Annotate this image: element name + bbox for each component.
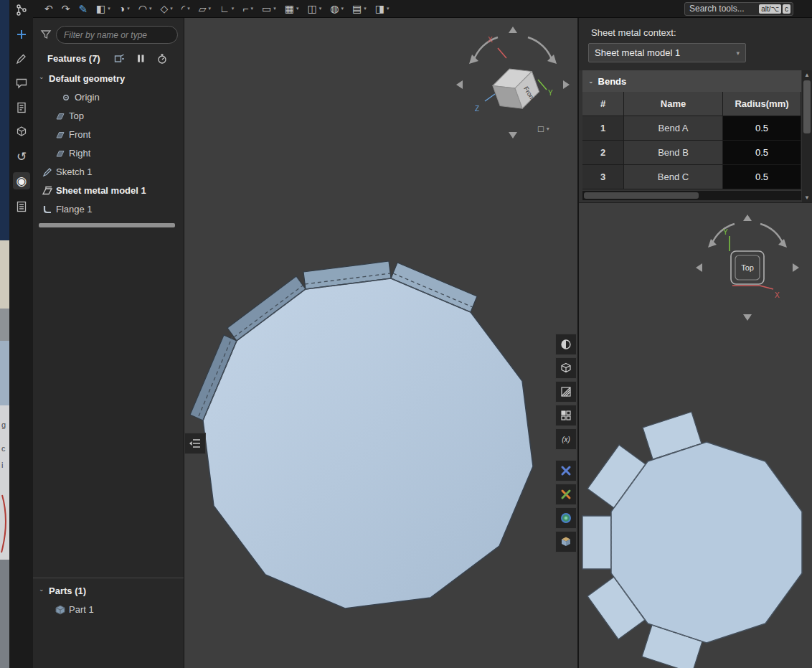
toolbar-plane-button[interactable]: ▱▾	[194, 1, 215, 17]
bend-row-name[interactable]: Bend B	[624, 141, 723, 165]
pause-icon[interactable]	[136, 53, 146, 66]
flat-pattern-viewport[interactable]: Top Y X	[579, 202, 812, 668]
scrollbar-thumb[interactable]	[584, 192, 699, 199]
tree-item-flange-1[interactable]: Flange 1	[33, 200, 184, 219]
chevron-down-icon: ▾	[209, 6, 212, 11]
bend-radius-input[interactable]	[723, 116, 801, 140]
tree-item-sketch-1[interactable]: Sketch 1	[33, 163, 184, 182]
scroll-up-arrow[interactable]: ▲	[802, 72, 812, 78]
toolbar-undo-button[interactable]: ↶	[40, 1, 57, 17]
toolbar-pattern-button[interactable]: ▦▾	[280, 1, 303, 17]
tree-item-top-plane[interactable]: Top	[33, 107, 184, 126]
axis-x-label: X	[488, 36, 493, 44]
axis-z-line	[485, 94, 495, 101]
tree-item-right-plane[interactable]: Right	[33, 144, 184, 163]
edges-display-button[interactable]	[555, 357, 577, 379]
insert-feature-icon[interactable]	[113, 53, 125, 67]
stopwatch-icon[interactable]	[156, 53, 168, 67]
display-style-button[interactable]	[555, 334, 577, 355]
tree-item-sheet-metal-model-1[interactable]: Sheet metal model 1	[33, 182, 184, 200]
bend-radius-input[interactable]	[723, 165, 801, 189]
insert-icon[interactable]	[13, 26, 30, 43]
history-icon[interactable]: ↺	[13, 148, 30, 165]
tree-item-part-1[interactable]: Part 1	[33, 601, 184, 619]
toolbar-redo-button[interactable]: ↷	[57, 1, 75, 17]
report-icon[interactable]	[13, 198, 30, 215]
toolbar-tab-button[interactable]: ▭▾	[258, 1, 280, 17]
strip-letter: g	[1, 421, 6, 429]
flat-tab[interactable]	[582, 516, 611, 569]
toolbar-mirror-button[interactable]: ◫▾	[303, 1, 326, 17]
document-icon[interactable]	[13, 99, 30, 116]
comment-icon[interactable]	[13, 75, 30, 92]
toolbar-flange-button[interactable]: ∟▾	[215, 1, 238, 17]
onshape-app: g c i	[0, 0, 812, 668]
named-view-sphere-button[interactable]	[555, 507, 577, 529]
bends-vertical-scrollbar[interactable]: ▲ ▼	[802, 70, 812, 202]
scroll-down-arrow[interactable]: ▼	[802, 194, 812, 201]
tree-item-default-geometry[interactable]: ⌄ Default geometry	[33, 70, 184, 88]
view-cube-rotate-arcs[interactable]	[473, 37, 552, 61]
isolate-button[interactable]	[555, 405, 577, 426]
chevron-down-icon: ▾	[232, 6, 235, 11]
rollback-bar[interactable]	[39, 223, 175, 227]
named-view-x-blue-button[interactable]	[555, 460, 577, 481]
scrollbar-thumb[interactable]	[803, 80, 811, 133]
tree-item-origin[interactable]: Origin	[33, 88, 184, 107]
view-cube-menu-button[interactable]: □ ▾	[538, 123, 549, 134]
strip-letter: c	[1, 445, 6, 453]
view-cube-flat[interactable]: Top Y X	[690, 210, 805, 325]
plane-icon	[55, 148, 66, 161]
filter-funnel-icon[interactable]	[40, 29, 52, 42]
view-cube-face-label: Top	[741, 263, 754, 272]
sheet-metal-context-dropdown[interactable]: Sheet metal model 1 ▾	[588, 43, 746, 62]
strip-red-curve	[0, 491, 9, 556]
export-3d-icon[interactable]	[13, 123, 30, 141]
view-cube-body[interactable]: Front	[489, 62, 542, 115]
section-view-button[interactable]	[555, 381, 577, 403]
main-3d-viewport[interactable]: Front X Y Z □ ▾	[184, 18, 577, 668]
coordinates-button[interactable]: (x)	[555, 428, 577, 450]
bends-horizontal-scrollbar[interactable]	[582, 191, 801, 200]
toolbar-sketch-button[interactable]: ✎	[74, 1, 92, 17]
named-view-cube-button[interactable]	[555, 531, 577, 552]
toolbar-extrude-button[interactable]: ◧▾	[92, 1, 115, 17]
filter-input[interactable]	[56, 26, 178, 44]
tree-chevron-icon[interactable]: ⌄	[39, 73, 44, 80]
chevron-down-icon: ▾	[319, 6, 322, 11]
toolbar-revolve-button[interactable]: ◑▾	[115, 1, 134, 17]
toolbar-loft-button[interactable]: ◇▾	[156, 1, 177, 17]
search-tools-input[interactable]: Search tools... alt/⌥ c	[684, 2, 793, 16]
bends-section-header[interactable]: ⌄ Bends	[582, 70, 801, 92]
bend-radius-input[interactable]	[723, 141, 801, 164]
record-icon[interactable]: ◉	[13, 172, 30, 189]
named-view-x-orange-button[interactable]	[555, 484, 577, 505]
bend-row-name[interactable]: Bend C	[624, 165, 723, 189]
view-cube-3d[interactable]: Front X Y Z	[452, 24, 574, 146]
strip-segment	[0, 341, 9, 405]
left-icon-rail: ↺ ◉	[9, 0, 33, 668]
flat-pattern-face[interactable]	[611, 442, 802, 643]
toolbar-surface-button[interactable]: ◍▾	[326, 1, 348, 17]
parts-header-row[interactable]: ⌄ Parts (1)	[33, 582, 184, 601]
viewport-flyout-button[interactable]	[184, 433, 206, 454]
toolbar-sweep-button[interactable]: ◠▾	[134, 1, 156, 17]
view-cube-rotate-arcs[interactable]	[712, 224, 783, 245]
tree-chevron-icon[interactable]: ⌄	[39, 585, 44, 593]
sheet-metal-context-panel: Sheet metal context: Sheet metal model 1…	[579, 18, 812, 70]
search-placeholder: Search tools...	[689, 4, 757, 14]
toolbar-appearance-button[interactable]: ◨▾	[371, 1, 394, 17]
annotate-icon[interactable]	[13, 50, 30, 67]
rotate-arrowhead	[547, 55, 557, 64]
toolbar-bend-button[interactable]: ⌐▾	[238, 1, 258, 17]
bends-col-header-name: Name	[624, 92, 723, 116]
toolbar-fillet-button[interactable]: ◜▾	[177, 1, 194, 17]
feature-tree-panel: Features (7) ⌄ Default geometry	[33, 18, 184, 668]
version-graph-icon[interactable]	[13, 1, 30, 19]
tree-item-front-plane[interactable]: Front	[33, 126, 184, 144]
bend-row-name[interactable]: Bend A	[624, 116, 723, 141]
plane-icon	[55, 129, 66, 143]
toolbar-thicken-button[interactable]: ▤▾	[348, 1, 371, 17]
sheet-metal-icon	[42, 185, 53, 199]
strip-letter: i	[1, 461, 3, 469]
